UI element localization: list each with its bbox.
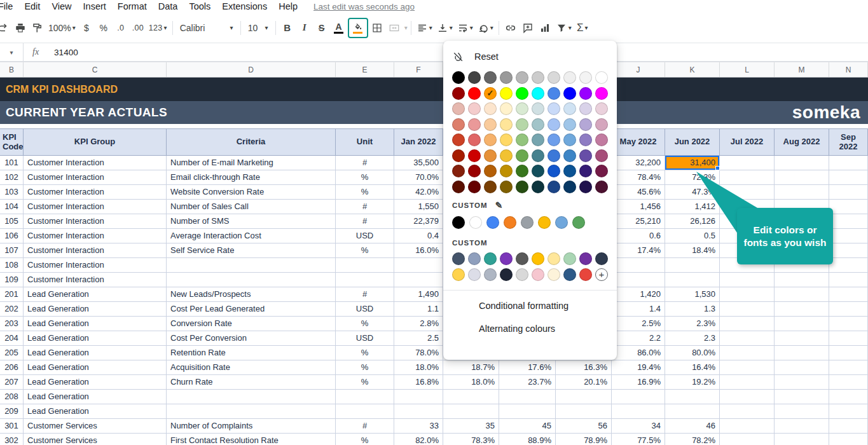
cell[interactable]: Acquisition Rate bbox=[167, 360, 336, 375]
cell[interactable]: Lead Generation bbox=[24, 390, 167, 404]
selected-color-swatch[interactable]: ✓ bbox=[484, 87, 497, 100]
table-header-cell[interactable]: Sep 2022 bbox=[829, 128, 868, 156]
cell[interactable] bbox=[499, 390, 556, 404]
cell[interactable]: Website Conversion Rate bbox=[167, 185, 336, 200]
color-swatch[interactable] bbox=[452, 165, 465, 177]
cell[interactable]: Self Service Rate bbox=[167, 243, 336, 258]
cell[interactable] bbox=[720, 375, 775, 390]
format-percent-button[interactable]: % bbox=[95, 18, 112, 38]
color-swatch[interactable] bbox=[579, 118, 592, 131]
cell[interactable]: 19.2% bbox=[665, 375, 720, 390]
cell[interactable]: Customer Interaction bbox=[24, 200, 167, 214]
cell[interactable]: Customer Interaction bbox=[24, 156, 167, 170]
chevron-down-icon[interactable]: ▾ bbox=[404, 24, 408, 31]
cell[interactable] bbox=[720, 346, 775, 360]
cell[interactable]: 103 bbox=[0, 185, 24, 200]
color-swatch[interactable] bbox=[484, 252, 497, 265]
menu-data[interactable]: Data bbox=[153, 1, 184, 11]
cell[interactable]: 78.2% bbox=[665, 434, 720, 445]
color-swatch[interactable] bbox=[532, 87, 544, 100]
color-swatch[interactable] bbox=[484, 118, 497, 131]
cell[interactable]: 25,210 bbox=[612, 214, 665, 229]
column-header[interactable]: N bbox=[829, 62, 868, 77]
print-icon[interactable] bbox=[12, 18, 29, 38]
cell[interactable] bbox=[775, 317, 829, 331]
cell[interactable]: 302 bbox=[0, 434, 24, 445]
callout-bubble[interactable]: Edit colors or fonts as you wish bbox=[737, 208, 833, 264]
cell[interactable]: 16.9% bbox=[612, 375, 665, 390]
color-swatch[interactable] bbox=[500, 102, 513, 115]
cell[interactable]: 105 bbox=[0, 214, 24, 229]
cell[interactable]: Customer Interaction bbox=[24, 243, 167, 258]
color-swatch[interactable] bbox=[532, 71, 544, 84]
color-swatch[interactable] bbox=[468, 252, 481, 265]
color-swatch[interactable] bbox=[548, 149, 560, 162]
horizontal-align-button[interactable]: ▾ bbox=[415, 18, 434, 38]
cell[interactable]: 46 bbox=[665, 419, 720, 434]
color-swatch[interactable] bbox=[516, 87, 528, 100]
cell[interactable]: 2.2 bbox=[612, 331, 665, 346]
cell[interactable]: Conversion Rate bbox=[167, 317, 336, 331]
column-header[interactable]: M bbox=[775, 62, 829, 77]
color-swatch[interactable] bbox=[548, 165, 560, 177]
cell[interactable]: Lead Generation bbox=[24, 404, 167, 419]
cell[interactable]: 86.0% bbox=[612, 346, 665, 360]
cell[interactable]: Number of SMS bbox=[167, 214, 336, 229]
cell[interactable]: 2.5% bbox=[612, 317, 665, 331]
color-swatch[interactable] bbox=[532, 134, 544, 146]
color-swatch[interactable] bbox=[484, 71, 497, 84]
cell[interactable]: 1,420 bbox=[612, 287, 665, 302]
cell[interactable] bbox=[720, 390, 775, 404]
column-header[interactable]: C bbox=[24, 62, 167, 77]
sheet-subtitle-cell[interactable]: CURRENT YEAR ACTUALS someka bbox=[0, 101, 868, 124]
cell[interactable]: 18.4% bbox=[665, 243, 720, 258]
last-edit-status[interactable]: Last edit was seconds ago bbox=[313, 2, 415, 11]
color-swatch[interactable] bbox=[484, 102, 497, 115]
borders-button[interactable] bbox=[369, 18, 385, 38]
cell[interactable]: Average Interaction Cost bbox=[167, 229, 336, 243]
color-swatch[interactable] bbox=[452, 268, 465, 281]
cell[interactable]: 16.8% bbox=[394, 375, 443, 390]
cell[interactable] bbox=[612, 258, 665, 273]
cell[interactable] bbox=[336, 273, 394, 287]
cell[interactable]: 109 bbox=[0, 273, 24, 287]
column-header[interactable]: B bbox=[0, 62, 24, 77]
functions-button[interactable]: Σ ▾ bbox=[574, 18, 591, 38]
cell[interactable]: 204 bbox=[0, 331, 24, 346]
cell[interactable]: Lead Generation bbox=[24, 302, 167, 317]
color-swatch[interactable] bbox=[452, 87, 465, 100]
format-currency-button[interactable]: $ bbox=[78, 18, 95, 38]
alternating-colours-item[interactable]: Alternating colours bbox=[452, 317, 608, 340]
table-header-cell[interactable]: KPI Code bbox=[0, 128, 24, 156]
cell[interactable]: Number of Sales Call bbox=[167, 200, 336, 214]
cell[interactable]: Lead Generation bbox=[24, 317, 167, 331]
color-swatch[interactable] bbox=[500, 252, 513, 265]
cell[interactable]: # bbox=[336, 419, 394, 434]
cell[interactable]: % bbox=[336, 317, 394, 331]
cell[interactable] bbox=[499, 404, 556, 419]
cell[interactable]: Retention Rate bbox=[167, 346, 336, 360]
cell[interactable]: 33 bbox=[394, 419, 443, 434]
cell[interactable] bbox=[394, 258, 443, 273]
color-swatch[interactable] bbox=[563, 181, 576, 193]
cell[interactable] bbox=[336, 404, 394, 419]
table-header-cell[interactable]: Jul 2022 bbox=[720, 128, 775, 156]
insert-link-icon[interactable] bbox=[502, 18, 519, 38]
cell[interactable] bbox=[775, 419, 829, 434]
cell[interactable] bbox=[775, 170, 829, 185]
sheet-title-cell[interactable]: CRM KPI DASHBOARD bbox=[0, 78, 868, 101]
cell[interactable]: 1.1 bbox=[394, 302, 443, 317]
color-swatch[interactable] bbox=[469, 216, 482, 229]
cell[interactable] bbox=[665, 404, 720, 419]
cell[interactable]: 104 bbox=[0, 200, 24, 214]
cell[interactable] bbox=[394, 390, 443, 404]
cell[interactable] bbox=[775, 434, 829, 445]
cell[interactable] bbox=[775, 156, 829, 170]
cell[interactable]: 19.4% bbox=[612, 360, 665, 375]
cell[interactable] bbox=[829, 273, 868, 287]
color-swatch[interactable] bbox=[563, 118, 576, 131]
column-header[interactable]: K bbox=[665, 62, 720, 77]
color-swatch[interactable] bbox=[500, 71, 513, 84]
italic-button[interactable]: I bbox=[296, 18, 313, 38]
cell[interactable]: Lead Generation bbox=[24, 375, 167, 390]
